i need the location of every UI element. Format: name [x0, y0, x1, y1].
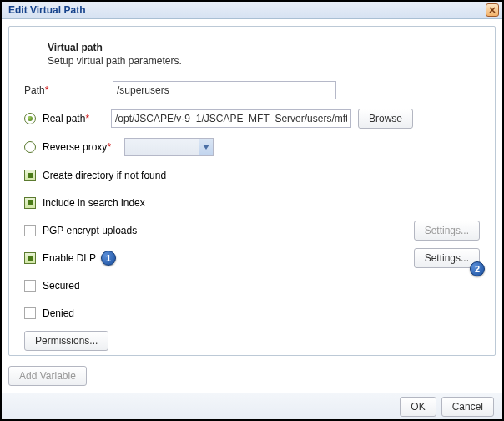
- real-path-label: Real path*: [43, 113, 111, 124]
- close-icon[interactable]: [486, 3, 499, 17]
- pgp-checkbox[interactable]: [24, 225, 36, 236]
- section-subtitle: Setup virtual path parameters.: [48, 55, 480, 67]
- denied-label: Denied: [43, 307, 74, 319]
- dialog-body: Virtual path Setup virtual path paramete…: [2, 19, 502, 393]
- chevron-down-icon[interactable]: [199, 139, 213, 155]
- svg-rect-2: [28, 256, 33, 261]
- main-panel: Virtual path Setup virtual path paramete…: [8, 26, 496, 356]
- add-variable-button: Add Variable: [8, 366, 87, 386]
- dialog-footer: OK Cancel: [2, 393, 502, 419]
- edit-virtual-path-dialog: Edit Virtual Path Virtual path Setup vir…: [0, 0, 504, 421]
- denied-checkbox[interactable]: [24, 307, 36, 319]
- cancel-button[interactable]: Cancel: [441, 397, 494, 417]
- create-directory-label: Create directory if not found: [43, 170, 166, 181]
- search-index-label: Include in search index: [43, 197, 145, 209]
- path-input[interactable]: [113, 81, 336, 99]
- path-label: Path*: [24, 84, 113, 96]
- real-path-radio[interactable]: [24, 113, 36, 124]
- pgp-label: PGP encrypt uploads: [43, 225, 137, 236]
- svg-rect-0: [28, 173, 33, 178]
- reverse-proxy-radio[interactable]: [24, 141, 36, 153]
- titlebar: Edit Virtual Path: [2, 2, 502, 19]
- reverse-proxy-select[interactable]: [124, 138, 214, 156]
- real-path-input[interactable]: [111, 109, 351, 128]
- reverse-proxy-label: Reverse proxy*: [43, 141, 124, 153]
- secured-label: Secured: [43, 280, 80, 292]
- ok-button[interactable]: OK: [400, 397, 436, 417]
- dlp-checkbox[interactable]: [24, 252, 36, 264]
- create-directory-checkbox[interactable]: [24, 170, 36, 181]
- callout-badge-2: 2: [470, 261, 485, 276]
- pgp-settings-button: Settings...: [414, 221, 480, 241]
- secured-checkbox[interactable]: [24, 280, 36, 292]
- callout-badge-1: 1: [101, 251, 116, 266]
- permissions-button[interactable]: Permissions...: [24, 331, 108, 351]
- section-title: Virtual path: [48, 42, 480, 53]
- browse-button[interactable]: Browse: [358, 109, 413, 129]
- svg-rect-1: [28, 200, 33, 205]
- window-title: Edit Virtual Path: [8, 4, 85, 16]
- dlp-label: Enable DLP: [43, 252, 96, 264]
- search-index-checkbox[interactable]: [24, 197, 36, 209]
